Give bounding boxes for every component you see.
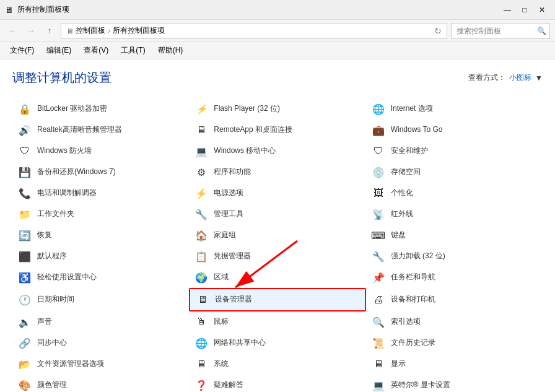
list-item[interactable]: 💿 存储空间	[366, 162, 543, 183]
list-item[interactable]: 📜 文件历史记录	[366, 333, 543, 354]
list-item[interactable]: 🎨 颜色管理	[12, 375, 189, 392]
list-item[interactable]: 🛡 Windows 防火墙	[12, 141, 189, 162]
device-manager-item[interactable]: 🖥 设备管理器	[189, 288, 365, 311]
list-item[interactable]: 🔄 恢复	[12, 225, 189, 246]
list-item[interactable]: ❓ 疑难解答	[189, 375, 365, 392]
list-item[interactable]: 🖥 显示	[366, 354, 543, 375]
menu-view[interactable]: 查看(V)	[79, 43, 113, 58]
item-label: 日期和时间	[37, 295, 74, 305]
datetime-icon: 🕐	[17, 292, 32, 307]
list-item[interactable]: 💼 Windows To Go	[366, 120, 543, 141]
close-button[interactable]: ✕	[534, 2, 550, 18]
item-label: Realtek高清晰音频管理器	[37, 125, 122, 135]
menu-edit[interactable]: 编辑(E)	[42, 43, 76, 58]
windowstogo-icon: 💼	[371, 123, 386, 137]
item-label: 电话和调制解调器	[37, 188, 97, 198]
list-item[interactable]: 🏠 家庭组	[189, 225, 365, 246]
list-item[interactable]: 🖼 个性化	[366, 183, 543, 204]
path-separator1: ›	[108, 27, 110, 35]
view-mode-link[interactable]: 小图标	[509, 72, 531, 83]
window: 🖥 所有控制面板项 — □ ✕ ← → ↑ 🖥 控制面板 › 所有控制面板项 ↻…	[0, 0, 555, 392]
item-label: 电源选项	[214, 188, 243, 198]
devices-icon: 🖨	[371, 292, 386, 307]
troubleshoot-icon: ❓	[194, 378, 209, 392]
default-icon: ⬛	[17, 249, 32, 264]
list-item[interactable]: 🖥 RemoteApp 和桌面连接	[189, 120, 365, 141]
item-label: 恢复	[37, 230, 52, 240]
list-item[interactable]: 🔈 声音	[12, 311, 189, 333]
uninstall-icon: 🔧	[371, 249, 386, 264]
item-label: 工作文件夹	[37, 209, 74, 219]
back-button[interactable]: ←	[5, 24, 20, 38]
item-label: BitLocker 驱动器加密	[37, 104, 107, 114]
filehistory-icon: 📜	[371, 336, 386, 351]
title-bar: 🖥 所有控制面板项 — □ ✕	[0, 0, 555, 20]
item-label: Flash Player (32 位)	[214, 104, 280, 114]
list-item[interactable]: 🌐 网络和共享中心	[189, 333, 365, 354]
list-item[interactable]: 📋 凭据管理器	[189, 246, 365, 267]
list-item[interactable]: 💾 备份和还原(Windows 7)	[12, 162, 189, 183]
item-label: 疑难解答	[214, 380, 243, 390]
item-label: Windows 防火墙	[37, 146, 92, 156]
menu-tools[interactable]: 工具(T)	[116, 43, 150, 58]
list-item[interactable]: ⚡ 电源选项	[189, 183, 365, 204]
network-icon: 🌐	[194, 336, 209, 351]
index-icon: 🔍	[371, 315, 386, 329]
up-button[interactable]: ↑	[42, 24, 57, 38]
list-item[interactable]: 🖨 设备和打印机	[366, 288, 543, 311]
list-item[interactable]: 📁 工作文件夹	[12, 204, 189, 225]
item-label: 区域	[214, 272, 229, 282]
restore-icon: 🔄	[17, 228, 32, 243]
list-item[interactable]: 🌍 区域	[189, 267, 365, 288]
list-item[interactable]: ⚙ 程序和功能	[189, 162, 365, 183]
list-item[interactable]: ⬛ 默认程序	[12, 246, 189, 267]
list-item[interactable]: 📞 电话和调制解调器	[12, 183, 189, 204]
search-input[interactable]	[457, 27, 537, 35]
list-item[interactable]: 🔗 同步中心	[12, 333, 189, 354]
menu-help[interactable]: 帮助(H)	[153, 43, 188, 58]
credential-icon: 📋	[194, 249, 209, 264]
list-item[interactable]: 🔒 BitLocker 驱动器加密	[12, 98, 189, 120]
menu-bar: 文件(F) 编辑(E) 查看(V) 工具(T) 帮助(H)	[0, 42, 555, 59]
title-bar-controls: — □ ✕	[499, 2, 550, 18]
title-bar-left: 🖥 所有控制面板项	[5, 4, 69, 15]
list-item[interactable]: 🖥 系统	[189, 354, 365, 375]
item-label: Windows 移动中心	[214, 146, 276, 156]
list-item[interactable]: 🕐 日期和时间	[12, 288, 189, 311]
item-label: 强力卸载 (32 位)	[391, 251, 445, 261]
view-options: 查看方式： 小图标 ▼	[468, 72, 543, 83]
list-item[interactable]: 📂 文件资源管理器选项	[12, 354, 189, 375]
path-part1: 控制面板	[76, 25, 105, 36]
forward-button[interactable]: →	[24, 24, 38, 38]
security-icon: 🛡	[371, 144, 386, 159]
list-item[interactable]: 🌐 Internet 选项	[366, 98, 543, 120]
address-path[interactable]: 🖥 控制面板 › 所有控制面板项 ↻	[61, 23, 447, 39]
list-item[interactable]: ♿ 轻松使用设置中心	[12, 267, 189, 288]
remoteapp-icon: 🖥	[194, 123, 209, 137]
list-item[interactable]: 🔧 管理工具	[189, 204, 365, 225]
list-item[interactable]: ⚡ Flash Player (32 位)	[189, 98, 365, 120]
maximize-button[interactable]: □	[517, 2, 533, 18]
menu-file[interactable]: 文件(F)	[5, 43, 39, 58]
sync-icon: 🔗	[17, 336, 32, 351]
storage-icon: 💿	[371, 165, 386, 180]
item-label: 存储空间	[391, 167, 421, 177]
color-icon: 🎨	[17, 378, 32, 392]
power-icon: ⚡	[194, 186, 209, 201]
list-item[interactable]: 💻 英特尔® 显卡设置	[366, 375, 543, 392]
list-item[interactable]: ⌨ 键盘	[366, 225, 543, 246]
list-item[interactable]: 💻 Windows 移动中心	[189, 141, 365, 162]
list-item[interactable]: 🛡 安全和维护	[366, 141, 543, 162]
search-box[interactable]: 🔍	[451, 23, 550, 39]
list-item[interactable]: 🖱 鼠标	[189, 311, 365, 333]
item-label: 红外线	[391, 209, 413, 219]
mouse-icon: 🖱	[194, 315, 209, 329]
item-label: 默认程序	[37, 251, 67, 261]
list-item[interactable]: 📡 红外线	[366, 204, 543, 225]
list-item[interactable]: 🔧 强力卸载 (32 位)	[366, 246, 543, 267]
minimize-button[interactable]: —	[499, 2, 515, 18]
address-bar: ← → ↑ 🖥 控制面板 › 所有控制面板项 ↻ 🔍	[0, 20, 555, 42]
list-item[interactable]: 🔊 Realtek高清晰音频管理器	[12, 120, 189, 141]
list-item[interactable]: 📌 任务栏和导航	[366, 267, 543, 288]
list-item[interactable]: 🔍 索引选项	[366, 311, 543, 333]
